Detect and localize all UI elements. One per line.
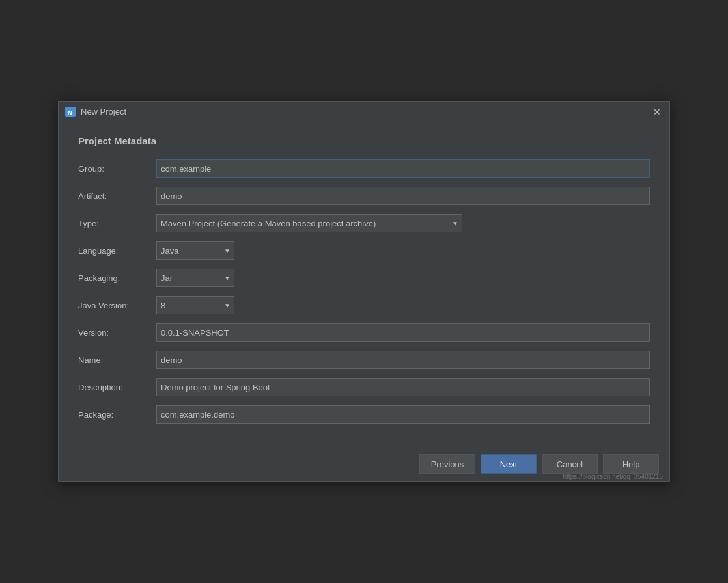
window-title: New Project	[81, 107, 126, 116]
language-select-wrapper: Java Kotlin Groovy ▼	[156, 241, 234, 260]
java-version-label: Java Version:	[78, 301, 156, 310]
help-button[interactable]: Help	[603, 454, 659, 474]
packaging-label: Packaging:	[78, 273, 156, 283]
language-select[interactable]: Java Kotlin Groovy	[156, 241, 234, 260]
version-row: Version:	[78, 323, 650, 342]
language-label: Language:	[78, 246, 156, 256]
close-button[interactable]: ✕	[651, 106, 663, 118]
dialog-footer: Previous Next Cancel Help https://blog.c…	[59, 446, 669, 481]
artifact-row: Artifact:	[78, 187, 650, 205]
section-title: Project Metadata	[78, 135, 650, 146]
group-input[interactable]	[156, 159, 650, 178]
app-icon: N	[65, 107, 76, 117]
version-input[interactable]	[156, 323, 650, 342]
footer-url: https://blog.csdn.net/qq_35401216	[563, 473, 663, 480]
language-row: Language: Java Kotlin Groovy ▼	[78, 241, 650, 260]
previous-button[interactable]: Previous	[419, 454, 475, 474]
java-version-select-wrapper: 8 11 17 21 ▼	[156, 296, 234, 314]
name-label: Name:	[78, 355, 156, 365]
packaging-select-wrapper: Jar War ▼	[156, 269, 234, 287]
description-label: Description:	[78, 383, 156, 392]
artifact-input[interactable]	[156, 187, 650, 205]
group-label: Group:	[78, 164, 156, 174]
packaging-select[interactable]: Jar War	[156, 269, 234, 287]
type-select-wrapper: Maven Project (Generate a Maven based pr…	[156, 214, 462, 232]
next-button[interactable]: Next	[481, 454, 537, 474]
type-row: Type: Maven Project (Generate a Maven ba…	[78, 214, 650, 232]
package-input[interactable]	[156, 405, 650, 424]
version-label: Version:	[78, 328, 156, 338]
artifact-label: Artifact:	[78, 191, 156, 201]
dialog-content: Project Metadata Group: Artifact: Type: …	[59, 122, 669, 446]
type-label: Type:	[78, 219, 156, 228]
packaging-row: Packaging: Jar War ▼	[78, 269, 650, 287]
package-row: Package:	[78, 405, 650, 424]
package-label: Package:	[78, 410, 156, 420]
name-input[interactable]	[156, 351, 650, 369]
title-bar-left: N New Project	[65, 107, 126, 117]
type-select[interactable]: Maven Project (Generate a Maven based pr…	[156, 214, 462, 232]
svg-text:N: N	[68, 109, 72, 116]
cancel-button[interactable]: Cancel	[542, 454, 598, 474]
description-input[interactable]	[156, 378, 650, 396]
java-version-row: Java Version: 8 11 17 21 ▼	[78, 296, 650, 314]
new-project-dialog: N New Project ✕ Project Metadata Group: …	[58, 101, 670, 482]
description-row: Description:	[78, 378, 650, 396]
name-row: Name:	[78, 351, 650, 369]
title-bar: N New Project ✕	[59, 102, 669, 122]
group-row: Group:	[78, 159, 650, 178]
java-version-select[interactable]: 8 11 17 21	[156, 296, 234, 314]
